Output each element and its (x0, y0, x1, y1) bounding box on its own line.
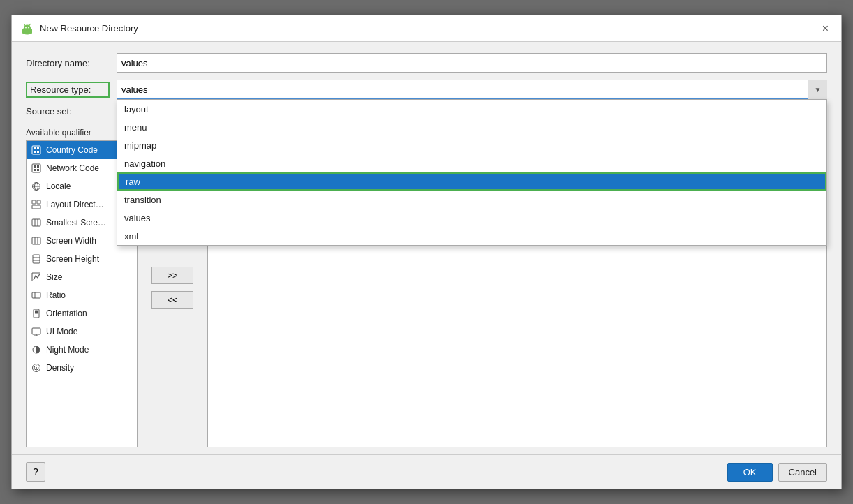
smallest-screen-icon (31, 217, 42, 228)
svg-rect-15 (34, 165, 36, 168)
qualifier-label-country-code: Country Code (46, 145, 98, 155)
dropdown-item-xml[interactable]: xml (117, 227, 826, 245)
dropdown-arrow-icon[interactable]: ▼ (808, 80, 827, 99)
directory-name-label: Directory name: (26, 58, 110, 68)
screen-height-icon (31, 253, 42, 265)
android-icon (20, 22, 34, 36)
svg-rect-24 (32, 205, 40, 209)
form-area: Directory name: Resource type: ▼ layout … (12, 42, 841, 124)
svg-rect-12 (34, 151, 36, 153)
svg-rect-25 (32, 219, 40, 226)
titlebar: New Resource Directory × (12, 15, 841, 42)
qualifier-label-locale: Locale (46, 181, 71, 191)
remove-qualifier-button[interactable]: << (151, 291, 193, 309)
qualifier-item-ratio[interactable]: Ratio (27, 286, 137, 304)
close-button[interactable]: × (818, 22, 833, 36)
svg-rect-23 (37, 200, 40, 204)
dropdown-item-menu[interactable]: menu (117, 118, 826, 136)
resource-type-input[interactable] (117, 80, 827, 99)
svg-point-2 (24, 24, 31, 31)
svg-rect-31 (33, 255, 40, 263)
night-mode-icon (31, 344, 42, 355)
svg-rect-13 (37, 151, 39, 153)
directory-name-input[interactable] (117, 53, 827, 73)
help-button[interactable]: ? (26, 462, 45, 482)
svg-rect-9 (32, 146, 40, 154)
svg-rect-14 (32, 164, 40, 172)
dropdown-item-raw[interactable]: raw (117, 172, 826, 191)
directory-name-row: Directory name: (26, 53, 827, 73)
dropdown-item-transition[interactable]: transition (117, 191, 826, 209)
country-code-icon (31, 144, 42, 156)
svg-rect-17 (34, 169, 36, 171)
svg-rect-28 (32, 237, 40, 244)
screen-width-icon (31, 235, 42, 246)
qualifier-label-ratio: Ratio (46, 290, 66, 300)
cancel-button[interactable]: Cancel (778, 463, 827, 482)
svg-point-3 (25, 27, 27, 28)
svg-rect-16 (37, 165, 39, 168)
ratio-icon (31, 290, 42, 301)
svg-rect-7 (22, 31, 24, 34)
svg-rect-22 (32, 200, 36, 204)
source-set-label: Source set: (26, 106, 72, 117)
svg-rect-11 (37, 147, 39, 149)
density-icon (31, 362, 42, 373)
dropdown-item-navigation[interactable]: navigation (117, 154, 826, 172)
qualifier-label-density: Density (46, 363, 74, 373)
qualifier-label-ui-mode: UI Mode (46, 327, 77, 336)
ok-button[interactable]: OK (727, 463, 773, 482)
qualifier-label-smallest-screen: Smallest Scre… (46, 218, 106, 228)
dropdown-item-layout[interactable]: layout (117, 100, 826, 118)
qualifier-item-screen-height[interactable]: Screen Height (27, 250, 137, 268)
qualifier-label-night-mode: Night Mode (46, 345, 89, 355)
qualifier-item-ui-mode[interactable]: UI Mode (27, 323, 137, 341)
layout-direction-icon (31, 199, 42, 210)
dropdown-item-values[interactable]: values (117, 209, 826, 227)
dialog-title: New Resource Directory (40, 23, 138, 34)
svg-line-6 (29, 24, 31, 25)
locale-icon (31, 181, 42, 192)
svg-line-5 (24, 24, 26, 25)
svg-point-4 (28, 27, 29, 28)
qualifier-label-screen-width: Screen Width (46, 236, 96, 246)
qualifier-item-orientation[interactable]: Orientation (27, 304, 137, 323)
svg-rect-38 (32, 328, 40, 334)
qualifier-item-density[interactable]: Density (27, 359, 137, 377)
svg-rect-10 (34, 147, 36, 149)
footer: ? OK Cancel (12, 454, 841, 489)
ui-mode-icon (31, 326, 42, 337)
svg-rect-34 (32, 292, 40, 298)
qualifier-label-network-code: Network Code (46, 163, 99, 173)
qualifier-label-screen-height: Screen Height (46, 254, 99, 264)
network-code-icon (31, 163, 42, 174)
resource-type-select-wrapper: ▼ layout menu mipmap navigation raw tran… (117, 80, 827, 99)
size-icon (31, 272, 42, 283)
new-resource-directory-dialog: New Resource Directory × Directory name:… (11, 15, 842, 489)
svg-rect-37 (35, 311, 38, 314)
dropdown-item-mipmap[interactable]: mipmap (117, 136, 826, 154)
svg-rect-8 (31, 31, 33, 34)
qualifier-label-size: Size (46, 272, 62, 282)
orientation-icon (31, 308, 42, 319)
qualifier-item-night-mode[interactable]: Night Mode (27, 341, 137, 359)
qualifier-label-layout-direction: Layout Direct… (46, 200, 104, 209)
titlebar-left: New Resource Directory (20, 22, 138, 36)
qualifier-item-size[interactable]: Size (27, 268, 137, 286)
resource-type-row: Resource type: ▼ layout menu mipmap navi… (26, 80, 827, 99)
resource-type-dropdown: layout menu mipmap navigation raw transi… (117, 99, 827, 246)
resource-type-label: Resource type: (26, 82, 110, 98)
svg-rect-18 (37, 169, 39, 171)
svg-point-43 (36, 367, 37, 369)
qualifier-label-orientation: Orientation (46, 309, 87, 318)
footer-buttons: OK Cancel (727, 463, 827, 482)
add-qualifier-button[interactable]: >> (151, 267, 193, 284)
